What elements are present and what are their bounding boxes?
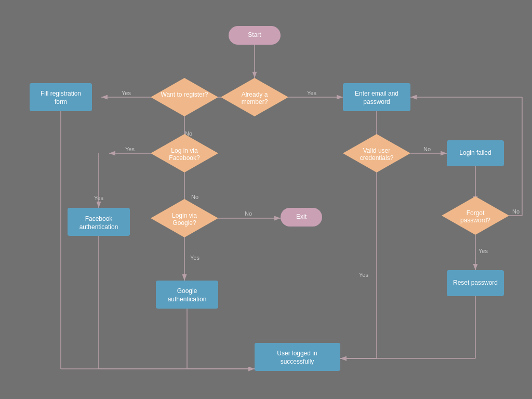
reset-pwd-label: Reset password [453,279,498,286]
valid-creds-label2: credentials? [360,154,394,162]
label-yes-4: Yes [190,255,200,261]
login-failed-label: Login failed [459,149,491,156]
want-register-label1: Want to register? [161,91,208,98]
exit-label: Exit [296,213,307,220]
enter-email-label1: Enter email and [355,90,398,97]
label-yes-2: Yes [122,90,131,96]
user-logged-label2: successfully [281,358,314,365]
login-facebook-label2: Facebook? [169,154,200,162]
enter-email-label2: password [363,98,390,105]
label-yes-1: Yes [307,90,316,96]
login-google-label1: Login via [172,212,197,219]
google-auth-label1: Google [177,287,197,295]
flowchart-canvas: Start Already a member? No Yes Want to r… [0,0,532,399]
google-auth-label2: authentication [168,296,207,303]
login-facebook-label1: Log in via [171,147,198,154]
fill-reg-label2: form [55,98,67,105]
forgot-pwd-label2: password? [460,217,490,224]
label-no-4: No [245,210,252,217]
label-no-6: No [512,208,520,215]
facebook-auth-label2: authentication [79,223,118,231]
fill-reg-label1: Fill registration [41,90,81,97]
user-logged-label1: User logged in [277,350,317,357]
label-yes-5: Yes [478,248,488,254]
label-no-5: No [423,146,431,152]
label-no-3: No [191,194,198,200]
label-yes-6: Yes [359,272,368,278]
label-yes-3b: Yes [94,195,103,201]
start-label: Start [248,31,261,38]
login-google-label2: Google? [172,219,196,227]
facebook-auth-label1: Facebook [85,215,113,222]
already-member-label1: Already a [242,91,268,98]
forgot-pwd-label1: Forgot [467,209,485,217]
label-yes-3: Yes [125,146,135,152]
valid-creds-label1: Valid user [363,147,390,154]
already-member-label2: member? [242,98,268,105]
